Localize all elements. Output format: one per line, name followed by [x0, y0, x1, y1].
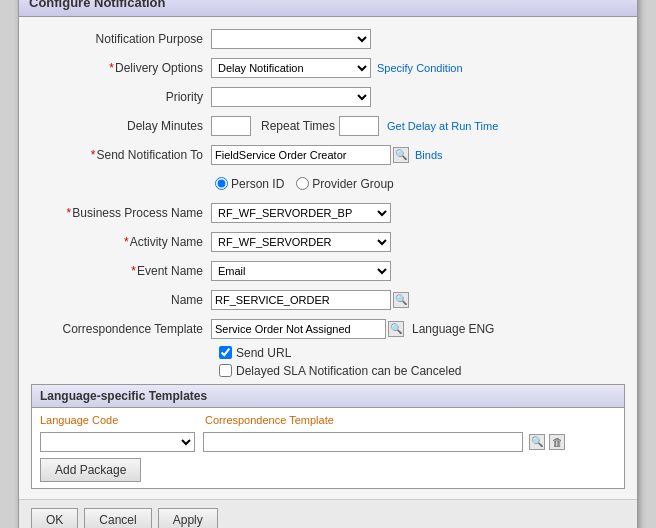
- delayed-sla-text: Delayed SLA Notification can be Canceled: [236, 364, 461, 378]
- priority-label: Priority: [31, 90, 211, 104]
- provider-group-radio-label[interactable]: Provider Group: [296, 177, 393, 191]
- notification-purpose-label: Notification Purpose: [31, 32, 211, 46]
- delete-row-icon[interactable]: 🗑: [549, 434, 565, 450]
- correspondence-template-row: Correspondence Template 🔍 Language ENG: [31, 317, 625, 341]
- person-provider-row: Person ID Provider Group: [31, 172, 625, 196]
- language-specific-templates-panel: Language-specific Templates Language Cod…: [31, 384, 625, 489]
- name-label: Name: [31, 293, 211, 307]
- correspondence-template-header: Correspondence Template: [205, 414, 616, 426]
- send-url-text: Send URL: [236, 346, 291, 360]
- language-template-input[interactable]: [203, 432, 523, 452]
- repeat-times-input[interactable]: [339, 116, 379, 136]
- delay-minutes-label: Delay Minutes: [31, 119, 211, 133]
- dialog-body: Notification Purpose Delivery Options De…: [19, 17, 637, 499]
- delayed-sla-row: Delayed SLA Notification can be Canceled: [219, 364, 625, 378]
- notification-purpose-row: Notification Purpose: [31, 27, 625, 51]
- person-id-radio-label[interactable]: Person ID: [215, 177, 284, 191]
- person-id-radio[interactable]: [215, 177, 228, 190]
- send-url-checkbox[interactable]: [219, 346, 232, 359]
- provider-group-label: Provider Group: [312, 177, 393, 191]
- send-notification-label: Send Notification To: [31, 148, 211, 162]
- name-input[interactable]: [211, 290, 391, 310]
- event-name-select[interactable]: Email: [211, 261, 391, 281]
- notification-purpose-select[interactable]: [211, 29, 371, 49]
- activity-name-row: Activity Name RF_WF_SERVORDER: [31, 230, 625, 254]
- delivery-options-label: Delivery Options: [31, 61, 211, 75]
- sub-panel-body: Language Code Correspondence Template 🔍 …: [32, 408, 624, 488]
- dialog-title: Configure Notification: [19, 0, 637, 17]
- name-row: Name 🔍: [31, 288, 625, 312]
- configure-notification-dialog: Configure Notification Notification Purp…: [18, 0, 638, 528]
- send-url-label[interactable]: Send URL: [219, 346, 291, 360]
- apply-button[interactable]: Apply: [158, 508, 218, 529]
- language-template-search-icon[interactable]: 🔍: [529, 434, 545, 450]
- correspondence-template-input[interactable]: [211, 319, 386, 339]
- delay-minutes-input[interactable]: [211, 116, 251, 136]
- delayed-sla-label[interactable]: Delayed SLA Notification can be Canceled: [219, 364, 461, 378]
- repeat-times-label: Repeat Times: [261, 119, 335, 133]
- priority-row: Priority: [31, 85, 625, 109]
- delivery-options-select[interactable]: Delay Notification: [211, 58, 371, 78]
- sub-input-row: 🔍 🗑: [40, 432, 616, 452]
- send-url-row: Send URL: [219, 346, 625, 360]
- sub-panel-title: Language-specific Templates: [32, 385, 624, 408]
- activity-name-select[interactable]: RF_WF_SERVORDER: [211, 232, 391, 252]
- event-name-label: Event Name: [31, 264, 211, 278]
- send-notification-search-icon[interactable]: 🔍: [393, 147, 409, 163]
- language-value: ENG: [468, 322, 494, 336]
- language-code-header: Language Code: [40, 414, 205, 426]
- get-delay-link[interactable]: Get Delay at Run Time: [387, 120, 498, 132]
- send-notification-input[interactable]: [211, 145, 391, 165]
- delayed-sla-checkbox[interactable]: [219, 364, 232, 377]
- specify-condition-link[interactable]: Specify Condition: [377, 62, 463, 74]
- priority-select[interactable]: [211, 87, 371, 107]
- dialog-footer: OK Cancel Apply: [19, 499, 637, 529]
- language-label: Language: [412, 322, 465, 336]
- sub-header-row: Language Code Correspondence Template: [40, 414, 616, 426]
- business-process-row: Business Process Name RF_WF_SERVORDER_BP: [31, 201, 625, 225]
- send-notification-row: Send Notification To 🔍 Binds: [31, 143, 625, 167]
- correspondence-template-label: Correspondence Template: [31, 322, 211, 336]
- add-package-button[interactable]: Add Package: [40, 458, 141, 482]
- provider-group-radio[interactable]: [296, 177, 309, 190]
- language-code-select[interactable]: [40, 432, 195, 452]
- activity-name-label: Activity Name: [31, 235, 211, 249]
- cancel-button[interactable]: Cancel: [84, 508, 151, 529]
- business-process-select[interactable]: RF_WF_SERVORDER_BP: [211, 203, 391, 223]
- name-search-icon[interactable]: 🔍: [393, 292, 409, 308]
- person-id-label: Person ID: [231, 177, 284, 191]
- correspondence-search-icon[interactable]: 🔍: [388, 321, 404, 337]
- event-name-row: Event Name Email: [31, 259, 625, 283]
- ok-button[interactable]: OK: [31, 508, 78, 529]
- business-process-label: Business Process Name: [31, 206, 211, 220]
- delay-minutes-row: Delay Minutes Repeat Times Get Delay at …: [31, 114, 625, 138]
- binds-link[interactable]: Binds: [415, 149, 443, 161]
- delivery-options-row: Delivery Options Delay Notification Spec…: [31, 56, 625, 80]
- person-provider-group: Person ID Provider Group: [215, 177, 394, 191]
